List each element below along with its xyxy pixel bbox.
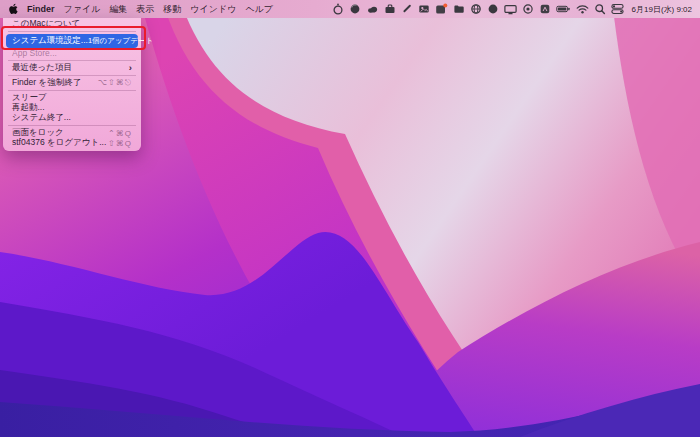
- desktop: Finder ファイル 編集 表示 移動 ウインドウ ヘルプ: [0, 0, 700, 437]
- menu-item-force-quit-finder[interactable]: Finder を強制終了 ⌥⇧⌘⎋: [3, 78, 141, 88]
- menu-bar-left: Finder ファイル 編集 表示 移動 ウインドウ ヘルプ: [8, 3, 273, 16]
- menu-separator: [8, 125, 136, 126]
- menu-separator: [8, 90, 136, 91]
- menu-bar: Finder ファイル 編集 表示 移動 ウインドウ ヘルプ: [0, 0, 700, 18]
- menu-item-shut-down[interactable]: システム終了...: [3, 113, 141, 123]
- keyboard-shortcut: ⌥⇧⌘⎋: [98, 78, 132, 88]
- apple-menu-button[interactable]: [8, 3, 18, 15]
- menubar-item-view[interactable]: 表示: [136, 3, 154, 16]
- menubar-item-window[interactable]: ウインドウ: [190, 3, 236, 16]
- app-square-icon[interactable]: [539, 3, 551, 15]
- menu-item-recent-items[interactable]: 最近使った項目 ›: [3, 63, 141, 73]
- keyboard-shortcut: ⇧⌘Q: [108, 139, 132, 148]
- chevron-right-icon: ›: [129, 63, 132, 73]
- briefcase-icon[interactable]: [384, 3, 396, 15]
- menu-item-label: stf04376 をログアウト...: [12, 137, 106, 149]
- spotlight-search-icon[interactable]: [594, 3, 606, 15]
- menubar-clock[interactable]: 6月19日(水) 9:02: [632, 4, 692, 15]
- control-center-icon[interactable]: [611, 3, 624, 15]
- menu-item-app-store[interactable]: App Store...: [3, 48, 141, 58]
- dark-circle-icon[interactable]: [487, 3, 499, 15]
- annotation-highlight-box: [1, 26, 146, 50]
- menu-item-label: App Store...: [12, 48, 57, 58]
- cloud-icon[interactable]: [366, 3, 379, 15]
- menu-item-log-out[interactable]: stf04376 をログアウト... ⇧⌘Q: [3, 138, 141, 148]
- record-icon[interactable]: [522, 3, 534, 15]
- wifi-icon[interactable]: [576, 3, 589, 15]
- menubar-item-edit[interactable]: 編集: [109, 3, 127, 16]
- menu-item-label: 最近使った項目: [12, 62, 72, 74]
- keyboard-shortcut: ⌃⌘Q: [108, 129, 132, 138]
- globe-icon[interactable]: [470, 3, 482, 15]
- menu-separator: [8, 75, 136, 76]
- menubar-item-go[interactable]: 移動: [163, 3, 181, 16]
- pen-icon[interactable]: [401, 3, 413, 15]
- battery-icon[interactable]: [556, 3, 571, 15]
- menu-item-label: Finder を強制終了: [12, 77, 81, 89]
- folder-icon[interactable]: [453, 3, 465, 15]
- photos-icon[interactable]: [418, 3, 430, 15]
- menubar-app-name[interactable]: Finder: [27, 4, 55, 14]
- menubar-item-help[interactable]: ヘルプ: [245, 3, 273, 16]
- menu-bar-status-area: 6月19日(水) 9:02: [332, 3, 692, 15]
- menubar-item-file[interactable]: ファイル: [64, 3, 101, 16]
- sphere-icon[interactable]: [349, 3, 361, 15]
- display-icon[interactable]: [504, 3, 517, 15]
- apple-logo-icon: [8, 3, 18, 15]
- stopwatch-icon[interactable]: [332, 3, 344, 15]
- app-notification-icon[interactable]: [435, 3, 448, 15]
- menu-separator: [8, 60, 136, 61]
- menu-item-label: システム終了...: [12, 112, 71, 124]
